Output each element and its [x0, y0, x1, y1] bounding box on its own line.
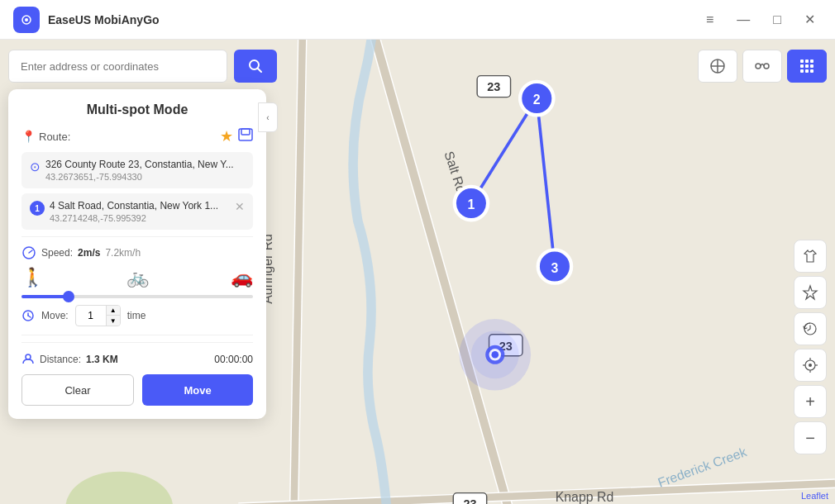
location-item-0: ⊙ 326 County Route 23, Constantia, New Y…: [21, 152, 253, 188]
walk-icon[interactable]: 🚶: [21, 267, 44, 288]
bike-icon[interactable]: 🚲: [126, 267, 149, 288]
shirt-icon: [802, 248, 818, 264]
svg-point-41: [764, 64, 769, 69]
svg-rect-43: [805, 59, 809, 63]
move-row: Move: ▲ ▼ time: [21, 305, 253, 326]
svg-text:1: 1: [468, 197, 475, 212]
svg-line-57: [28, 316, 31, 317]
right-toolbar: + −: [794, 240, 827, 454]
titlebar-controls: ≡ — □ ✕: [699, 8, 822, 31]
app-logo: [13, 7, 40, 33]
favorites-button[interactable]: [794, 276, 827, 309]
star-icon: [802, 284, 818, 301]
panel-collapse-button[interactable]: ‹: [258, 102, 278, 132]
move-icon: [21, 309, 35, 322]
location-item-1: 1 4 Salt Road, Constantia, New York 1...…: [21, 193, 253, 230]
location-1-coords: 43.2714248,-75.995392: [50, 213, 230, 223]
distance-time: 00:00:00: [214, 354, 253, 365]
route-header: 📍 Route: ★: [21, 127, 253, 145]
titlebar-left: EaseUS MobiAnyGo: [13, 7, 160, 33]
jump-mode-button[interactable]: [742, 50, 782, 83]
speed-slider[interactable]: [21, 295, 253, 298]
location-1-name: 4 Salt Road, Constantia, New York 1...: [50, 200, 230, 212]
location-0-coords: 43.2673651,-75.994330: [45, 172, 245, 182]
distance-left: Distance: 1.3 KM: [21, 353, 118, 366]
route-pin-icon: 📍: [21, 130, 36, 143]
move-input[interactable]: [76, 310, 106, 321]
zoom-out-icon: −: [805, 429, 815, 448]
jump-icon: [753, 57, 771, 75]
app-title: EaseUS MobiAnyGo: [48, 13, 160, 26]
move-label: Move:: [41, 310, 69, 321]
history-icon: [802, 321, 818, 337]
target-icon: [802, 357, 818, 373]
route-label: Route:: [39, 131, 70, 143]
search-input[interactable]: [8, 50, 227, 83]
move-button[interactable]: Move: [142, 374, 253, 406]
search-icon: [248, 59, 263, 74]
svg-rect-49: [805, 69, 809, 73]
svg-rect-45: [800, 64, 804, 68]
car-icon[interactable]: 🚗: [231, 267, 253, 288]
titlebar: EaseUS MobiAnyGo ≡ — □ ✕: [0, 0, 835, 40]
panel: Multi-spot Mode ‹ 📍 Route: ★ ⊙ 326 Count…: [8, 89, 266, 419]
svg-rect-42: [800, 59, 804, 63]
clear-button[interactable]: Clear: [21, 374, 134, 406]
svg-text:Knapp Rd: Knapp Rd: [556, 490, 614, 504]
location-item-1-header: 1 4 Salt Road, Constantia, New York 1...…: [30, 200, 245, 223]
svg-rect-46: [805, 64, 809, 68]
svg-rect-52: [241, 129, 250, 135]
panel-title: Multi-spot Mode: [21, 102, 253, 117]
route-save-button[interactable]: [238, 127, 253, 145]
location-item-0-header: ⊙ 326 County Route 23, Constantia, New Y…: [30, 159, 245, 182]
location-1-text: 4 Salt Road, Constantia, New York 1... 4…: [50, 200, 230, 223]
route-save-icon: [238, 128, 253, 141]
search-bar: [8, 50, 277, 83]
svg-text:23: 23: [487, 80, 500, 93]
location-0-name: 326 County Route 23, Constantia, New Y..…: [45, 159, 245, 170]
speed-slider-thumb[interactable]: [63, 291, 74, 302]
svg-line-36: [258, 69, 262, 73]
distance-icon: [21, 353, 35, 366]
route-star-button[interactable]: ★: [220, 127, 233, 145]
location-1-close-button[interactable]: ✕: [235, 200, 245, 213]
distance-section: Distance: 1.3 KM 00:00:00: [21, 342, 253, 374]
distance-label: Distance:: [40, 354, 81, 365]
menu-button[interactable]: ≡: [699, 9, 720, 31]
distance-value: 1.3 KM: [86, 354, 118, 365]
move-spin-up[interactable]: ▲: [107, 305, 120, 316]
teleport-mode-button[interactable]: [698, 50, 737, 83]
svg-rect-48: [800, 69, 804, 73]
collapse-icon: ‹: [266, 113, 269, 122]
search-button[interactable]: [234, 50, 277, 83]
close-button[interactable]: ✕: [798, 8, 822, 31]
svg-rect-44: [810, 59, 814, 63]
svg-text:2: 2: [533, 93, 541, 107]
svg-text:23: 23: [463, 497, 476, 504]
route-action-icons: ★: [220, 127, 253, 145]
zoom-out-button[interactable]: −: [794, 421, 827, 454]
maximize-button[interactable]: □: [766, 9, 788, 31]
locate-button[interactable]: [794, 349, 827, 382]
svg-line-54: [29, 250, 32, 253]
minimize-button[interactable]: —: [730, 9, 756, 31]
speed-slider-track: [21, 295, 68, 298]
leaflet-attribution[interactable]: Leaflet: [801, 491, 828, 501]
svg-point-28: [491, 351, 499, 359]
transport-icons: 🚶 🚲 🚗: [21, 267, 253, 288]
speed-row: Speed: 2m/s 7.2km/h: [21, 245, 253, 260]
move-spin-down[interactable]: ▼: [107, 316, 120, 326]
speed-value: 2m/s: [78, 247, 100, 259]
zoom-in-button[interactable]: +: [794, 385, 827, 418]
avatar-button[interactable]: [794, 240, 827, 273]
svg-rect-50: [810, 69, 814, 73]
multispot-mode-button[interactable]: [787, 50, 827, 83]
svg-text:3: 3: [551, 261, 559, 275]
speed-unit: 7.2km/h: [105, 247, 141, 259]
svg-point-58: [26, 354, 31, 359]
svg-point-61: [809, 364, 812, 367]
zoom-in-icon: +: [805, 392, 815, 411]
speed-section: Speed: 2m/s 7.2km/h 🚶 🚲 🚗 Move: ▲: [21, 236, 253, 335]
svg-rect-47: [810, 64, 814, 68]
history-button[interactable]: [794, 312, 827, 345]
